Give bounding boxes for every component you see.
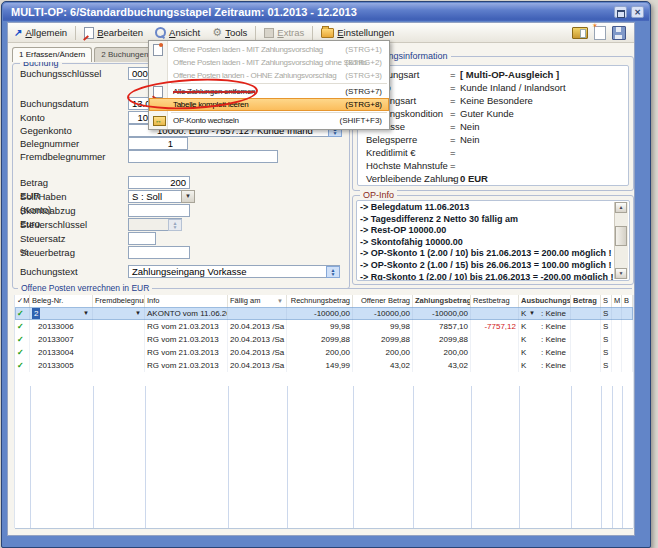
cell-fremd: [93, 320, 145, 333]
menu-item-op-konto-wechseln[interactable]: OP-Konto wechseln(SHIFT+F3): [149, 114, 389, 127]
buchungstext-combo[interactable]: Zahlungseingang Vorkasse: [128, 265, 340, 278]
menu-item-op-laden-ohne-skonto[interactable]: Offene Posten laden - MIT Zahlungsvorsch…: [149, 56, 389, 69]
cell-zahlung: 2099,88: [413, 333, 471, 346]
check-icon: ✓: [17, 309, 24, 318]
table-row[interactable]: ✓ 20133004 RG vom 21.03.2013 20.04.2013 …: [15, 346, 633, 359]
table-row[interactable]: ✓ 2▼ ▼ AKONTO vom 11.06.201 -10000,00 -1…: [15, 307, 633, 320]
cell-zahlung: 43,02: [413, 359, 471, 372]
sollhaben-dropdown-button[interactable]: ▼: [181, 190, 195, 203]
cell-rechnung: 99,98: [287, 320, 353, 333]
col-zahlungsbetrag[interactable]: Zahlungsbetrag: [413, 295, 471, 307]
sollhaben-combo[interactable]: S : Soll: [128, 190, 182, 203]
cell-offen: -10000,00: [353, 307, 413, 320]
menu-tools[interactable]: ⚙Tools: [206, 24, 253, 41]
cell-s: S: [601, 333, 612, 346]
filter-icon[interactable]: ▼: [277, 295, 283, 307]
scrollbar-thumb[interactable]: [615, 226, 627, 246]
konto-label: Konto: [20, 111, 45, 124]
col-restbetrag[interactable]: Restbetrag: [471, 295, 519, 307]
op-info-line: -> Tagesdifferenz 2 Netto 30 fällig am: [360, 214, 613, 226]
menu-allgemein[interactable]: ↗Allgemein: [8, 24, 73, 41]
new-document-icon[interactable]: [594, 26, 606, 40]
col-offener-betrag[interactable]: Offener Betrag: [353, 295, 413, 307]
cell-offen: 99,98: [353, 320, 413, 333]
table-gridlines: [15, 386, 633, 528]
cell-fremd: [93, 359, 145, 372]
menu-einstellungen[interactable]: Einstellungen: [315, 24, 400, 41]
col-beleg-nr[interactable]: Beleg-Nr.: [30, 295, 93, 307]
col-ausbuchungsart[interactable]: Ausbuchungsart: [519, 295, 571, 307]
arrow-up-right-icon: ↗: [14, 28, 22, 38]
scroll-up-button[interactable]: ▲: [615, 202, 627, 213]
belegnummer-input[interactable]: 1: [128, 137, 188, 150]
buchungstext-spinner[interactable]: ▲▼: [326, 266, 340, 278]
table-row[interactable]: ✓ 20133005 RG vom 21.03.2013 20.04.2013 …: [15, 359, 633, 372]
magnifier-icon: [155, 27, 166, 38]
cell-rechnung: 200,00: [287, 346, 353, 359]
col-rechnungsbetrag[interactable]: Rechnungsbetrag: [287, 295, 353, 307]
chevron-down-icon[interactable]: ▼: [135, 307, 141, 320]
fremdbelegnummer-label: Fremdbelegnummer: [20, 150, 106, 163]
table-bottom-border: [15, 528, 633, 529]
op-info-scrollbar[interactable]: ▲ ▼: [614, 202, 628, 279]
betrag-input[interactable]: 200: [128, 176, 190, 189]
col-fremdbelegnummer[interactable]: Fremdbelegnummer: [93, 295, 145, 307]
cell-info: RG vom 21.03.2013: [145, 346, 228, 359]
cell-betrag: [571, 320, 601, 333]
cell-ausbuchung[interactable]: K▼: Keine: [519, 307, 571, 320]
save-icon[interactable]: [612, 26, 626, 40]
open-book-icon[interactable]: [572, 27, 588, 39]
chevron-down-icon[interactable]: ▼: [529, 307, 535, 320]
cell-ausbuchung: K: Keine: [519, 333, 571, 346]
tab-erfassen-aendern[interactable]: 1 Erfassen/Ändern: [12, 47, 92, 62]
info-label: Höchste Mahnstufe: [366, 160, 448, 172]
buchungsdatum-label: Buchungsdatum: [20, 97, 89, 110]
menu-ansicht[interactable]: Ansicht: [149, 24, 206, 41]
col-b[interactable]: B: [622, 295, 633, 307]
belegnummer-label: Belegnummer: [20, 137, 79, 150]
cell-rechnung: -10000,00: [287, 307, 353, 320]
restore-button[interactable]: [614, 6, 627, 18]
cube-icon: [264, 28, 274, 38]
settings-folder-icon: [321, 28, 334, 38]
cell-b: [622, 346, 633, 359]
steuersatz-input[interactable]: [128, 232, 156, 245]
scroll-down-button[interactable]: ▼: [615, 268, 627, 279]
table-row[interactable]: ✓ 20133007 RG vom 21.03.2013 20.04.2013 …: [15, 333, 633, 346]
menubar-separator: [312, 26, 313, 40]
gegenkonto-label: Gegenkonto: [20, 124, 72, 137]
tab-buchungen[interactable]: 2 Buchungen: [94, 47, 155, 62]
cell-rechnung: 2099,88: [287, 333, 353, 346]
cell-rest: [471, 346, 519, 359]
col-s[interactable]: S: [601, 295, 612, 307]
close-button[interactable]: ✕: [631, 6, 644, 18]
info-label: Belegsperre: [366, 134, 417, 146]
op-info-line: -> Belegdatum 11.06.2013: [360, 202, 613, 214]
col-m[interactable]: M: [612, 295, 622, 307]
col-info[interactable]: Info: [145, 295, 228, 307]
skontoabzug-input[interactable]: [128, 204, 190, 217]
menu-bearbeiten[interactable]: Bearbeiten: [78, 24, 149, 41]
cell-fremd[interactable]: ▼: [93, 307, 145, 320]
menu-item-op-laden-mit[interactable]: Offene Posten laden - MIT Zahlungsvorsch…: [149, 43, 389, 56]
table-row[interactable]: ✓ 20133006 RG vom 21.03.2013 20.04.2013 …: [15, 320, 633, 333]
col-faellig-am[interactable]: Fällig am▼: [228, 295, 287, 307]
info-value: Nein: [460, 121, 480, 133]
op-info-line: -> Rg-Skonto 1 (2.00 / 10) bis 21.06.201…: [360, 272, 613, 281]
cell-m: [612, 320, 622, 333]
col-betrag[interactable]: Betrag: [571, 295, 601, 307]
col-check[interactable]: ✓M: [15, 295, 30, 307]
steuerbetrag-input[interactable]: [128, 246, 190, 259]
account-info-panel: Buchungsart=[ Multi-OP-Ausgleich ] Konto…: [357, 65, 629, 186]
cell-ausbuchung: K: Keine: [519, 320, 571, 333]
cell-beleg[interactable]: 2▼: [30, 307, 93, 320]
fremdbelegnummer-input[interactable]: [128, 150, 278, 163]
cell-s: S: [601, 320, 612, 333]
steuerschluessel-spinner[interactable]: ▲▼: [168, 219, 182, 231]
cell-b: [622, 307, 633, 320]
info-label: Verbleibende Zahlung: [366, 173, 458, 185]
menu-extras[interactable]: Extras: [258, 24, 310, 41]
cell-betrag: [571, 346, 601, 359]
chevron-down-icon[interactable]: ▼: [83, 307, 89, 320]
info-value: Keine Besondere: [460, 95, 533, 107]
